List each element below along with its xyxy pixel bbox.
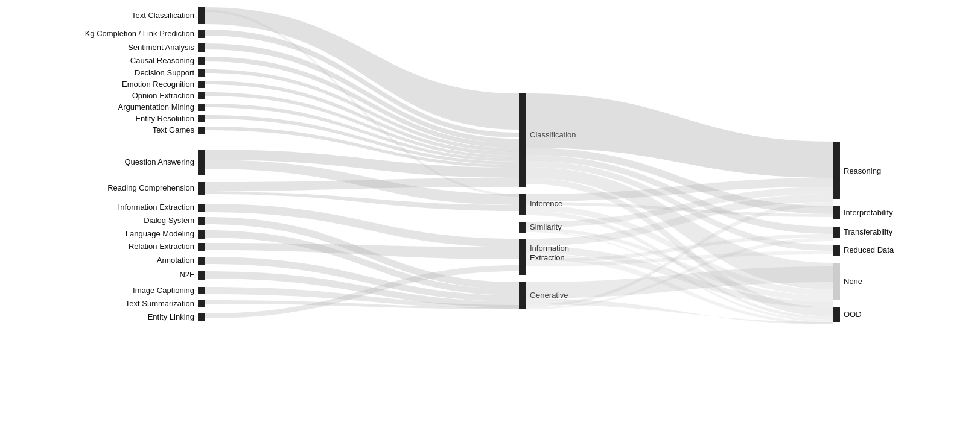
node-relation-extraction [198, 243, 205, 251]
node-text-summarization [198, 300, 205, 307]
node-classification [519, 93, 526, 187]
node-ood [833, 307, 840, 322]
node-entity-resolution [198, 115, 205, 122]
node-entity-linking [198, 313, 205, 321]
node-none [833, 263, 840, 300]
node-text-games [198, 127, 205, 134]
node-similarity [519, 222, 526, 233]
node-kg-completion [198, 30, 205, 38]
label-argumentation-mining: Argumentation Mining [118, 102, 194, 112]
label-information-extraction: Information Extraction [118, 203, 194, 212]
label-text-summarization: Text Summarization [126, 299, 194, 308]
node-dialog-system [198, 217, 205, 225]
node-reasoning [833, 142, 840, 199]
label-decision-support: Decision Support [135, 68, 194, 77]
node-image-captioning [198, 287, 205, 294]
label-emotion-recognition: Emotion Recognition [122, 80, 194, 89]
label-relation-extraction: Relation Extraction [129, 242, 194, 251]
label-opinion-extraction: Opnion Extraction [132, 91, 194, 100]
node-information-extraction-mid [519, 239, 526, 275]
node-causal-reasoning [198, 57, 205, 65]
node-n2f [198, 271, 205, 280]
label-image-captioning: Image Captioning [133, 286, 194, 295]
label-annotation: Annotation [157, 256, 194, 265]
label-language-modeling: Language Modeling [126, 229, 194, 238]
label-text-classification: Text Classification [132, 11, 194, 20]
node-reduced-data [833, 245, 840, 256]
label-interpretability: Interpretability [844, 208, 893, 217]
node-information-extraction [198, 204, 205, 212]
label-question-answering: Question Answering [124, 157, 194, 166]
node-sentiment-analysis [198, 43, 205, 52]
node-generative [519, 282, 526, 309]
node-question-answering [198, 150, 205, 175]
sankey-diagram: Text Classification Kg Completion / Link… [0, 0, 980, 422]
node-inference [519, 194, 526, 215]
label-n2f: N2F [179, 270, 194, 279]
label-none: None [844, 277, 862, 286]
node-language-modeling [198, 230, 205, 239]
sankey-container: Text Classification Kg Completion / Link… [0, 0, 980, 422]
node-interpretability [833, 206, 840, 219]
label-causal-reasoning: Causal Reasoning [130, 56, 194, 65]
label-ood: OOD [844, 310, 862, 319]
label-sentiment-analysis: Sentiment Analysis [128, 43, 194, 52]
label-transferability: Transferability [844, 227, 893, 236]
label-reading-comprehension: Reading Comprehension [107, 183, 194, 192]
label-dialog-system: Dialog System [144, 216, 194, 225]
label-reasoning: Reasoning [844, 166, 881, 175]
node-opinion-extraction [198, 92, 205, 99]
node-emotion-recognition [198, 81, 205, 88]
label-entity-linking: Entity Linking [148, 312, 194, 321]
node-reading-comprehension [198, 182, 205, 195]
node-decision-support [198, 69, 205, 77]
node-argumentation-mining [198, 104, 205, 111]
node-annotation [198, 257, 205, 265]
label-kg-completion: Kg Completion / Link Prediction [85, 29, 194, 38]
node-text-classification [198, 7, 205, 24]
label-entity-resolution: Entity Resolution [135, 114, 194, 123]
label-reduced-data: Reduced Data [844, 245, 894, 254]
node-transferability [833, 227, 840, 238]
label-text-games: Text Games [153, 125, 195, 134]
